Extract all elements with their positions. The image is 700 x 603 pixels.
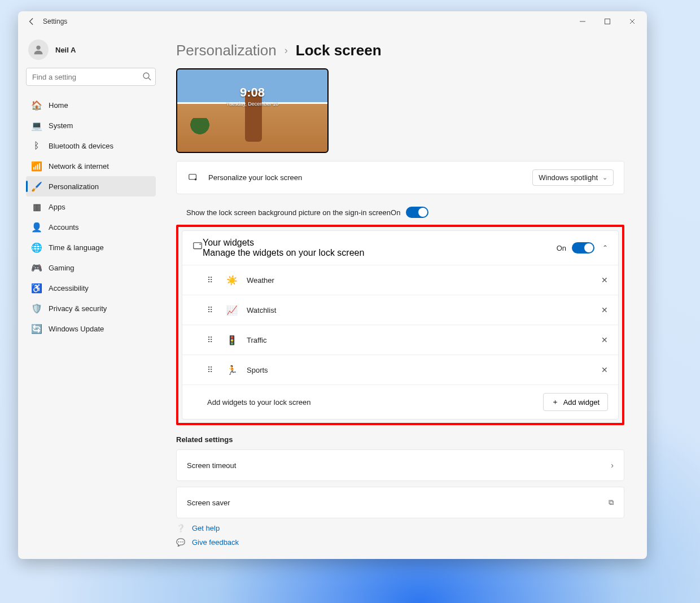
widgets-toggle[interactable] [572,242,594,254]
settings-window: Settings Neil A 🏠Home💻SystemᛒBluetooth &… [18,11,647,559]
nav-icon: 🌐 [32,242,42,252]
widget-icon: 📈 [226,304,238,316]
add-widget-label: Add widget [563,398,600,407]
svg-point-3 [143,73,149,78]
search-box[interactable] [26,68,156,86]
signin-bg-toggle[interactable] [406,207,428,218]
back-button[interactable] [20,11,43,32]
widget-item-sports[interactable]: ⠿🏃Sports✕ [182,355,618,385]
widget-name: Traffic [247,336,266,344]
svg-point-6 [195,178,197,180]
drag-handle-icon[interactable]: ⠿ [207,305,214,314]
sidebar-item-windows-update[interactable]: 🔄Windows Update [26,318,156,339]
personalize-row[interactable]: Personalize your lock screen Windows spo… [177,161,624,194]
sidebar-item-label: Time & language [49,243,104,252]
sidebar-item-time-language[interactable]: 🌐Time & language [26,237,156,257]
sidebar-item-label: Bluetooth & devices [49,142,113,150]
content-area: Neil A 🏠Home💻SystemᛒBluetooth & devices📶… [18,32,647,559]
feedback-label[interactable]: Give feedback [192,538,239,547]
related-screen-timeout[interactable]: Screen timeout› [176,449,624,481]
help-icon: ❔ [176,524,185,532]
sidebar-item-system[interactable]: 💻System [26,115,156,136]
sidebar-item-label: Privacy & security [49,304,107,313]
widget-name: Weather [247,276,274,285]
close-button[interactable] [620,11,645,32]
svg-point-2 [36,46,40,50]
sidebar-item-privacy-security[interactable]: 🛡️Privacy & security [26,298,156,318]
widgets-footer: Add widgets to your lock screen ＋ Add wi… [182,385,618,419]
nav-icon: ▦ [32,202,42,212]
get-help-link[interactable]: ❔ Get help [176,524,624,532]
sidebar-item-network-internet[interactable]: 📶Network & internet [26,156,156,176]
nav-list: 🏠Home💻SystemᛒBluetooth & devices📶Network… [26,95,156,339]
drag-handle-icon[interactable]: ⠿ [207,365,214,374]
signin-bg-state: On [391,208,400,217]
plus-icon: ＋ [552,397,559,407]
related-title: Related settings [176,435,624,444]
remove-widget-button[interactable]: ✕ [601,335,608,344]
maximize-button[interactable] [595,11,620,32]
sidebar-item-personalization[interactable]: 🖌️Personalization [26,176,156,196]
remove-widget-button[interactable]: ✕ [601,365,608,374]
widget-item-weather[interactable]: ⠿☀️Weather✕ [182,265,618,295]
minimize-button[interactable] [570,11,595,32]
nav-icon: 🔄 [32,324,42,334]
related-label: Screen timeout [187,461,236,470]
sidebar-item-bluetooth-devices[interactable]: ᛒBluetooth & devices [26,136,156,156]
chevron-right-icon: › [611,461,614,470]
svg-line-4 [148,78,151,80]
sidebar-item-gaming[interactable]: 🎮Gaming [26,257,156,278]
nav-icon: 🏠 [32,100,42,110]
remove-widget-button[interactable]: ✕ [601,305,608,314]
widgets-card: Your widgets Manage the widgets on your … [182,230,619,420]
sidebar-item-label: Accessibility [49,284,89,292]
sidebar: Neil A 🏠Home💻SystemᛒBluetooth & devices📶… [18,32,164,559]
chevron-up-icon[interactable]: ⌃ [602,244,608,252]
nav-icon: 🖌️ [32,181,42,191]
nav-icon: 🎮 [32,263,42,273]
breadcrumb: Personalization › Lock screen [176,42,624,59]
remove-widget-button[interactable]: ✕ [601,276,608,285]
lockscreen-preview[interactable]: 9:08 Tuesday, December 10 [176,68,329,153]
sidebar-item-label: Gaming [49,264,75,272]
widget-icon: ☀️ [226,274,238,286]
nav-icon: ♿ [32,283,42,293]
widget-items: ⠿☀️Weather✕⠿📈Watchlist✕⠿🚦Traffic✕⠿🏃Sport… [182,265,618,385]
nav-icon: 🛡️ [32,303,42,313]
sidebar-item-accounts[interactable]: 👤Accounts [26,217,156,237]
nav-icon: ᛒ [32,141,42,151]
preview-time: 9:08 [177,85,327,100]
profile[interactable]: Neil A [26,36,156,68]
widget-item-watchlist[interactable]: ⠿📈Watchlist✕ [182,295,618,325]
search-input[interactable] [26,68,156,86]
widget-icon: 🏃 [226,364,238,375]
svg-point-8 [199,243,200,244]
sidebar-item-label: System [49,121,73,130]
highlight-box: Your widgets Manage the widgets on your … [176,225,624,425]
widget-icon: 🚦 [226,334,238,346]
user-name: Neil A [55,46,76,54]
avatar [28,40,49,60]
preview-date: Tuesday, December 10 [177,101,327,107]
chevron-down-icon: ⌄ [602,174,607,181]
sidebar-item-accessibility[interactable]: ♿Accessibility [26,278,156,298]
personalize-dropdown[interactable]: Windows spotlight ⌄ [532,169,614,186]
widgets-header[interactable]: Your widgets Manage the widgets on your … [182,231,618,265]
widget-name: Watchlist [247,306,276,314]
breadcrumb-parent[interactable]: Personalization [176,42,277,59]
get-help-label[interactable]: Get help [192,524,220,532]
feedback-icon: 💬 [176,538,185,547]
drag-handle-icon[interactable]: ⠿ [207,335,214,344]
related-screen-saver[interactable]: Screen saver⧉ [176,487,624,518]
sidebar-item-label: Home [49,101,68,110]
chevron-right-icon: › [285,45,288,56]
feedback-link[interactable]: 💬 Give feedback [176,538,624,547]
widgets-icon [193,242,203,254]
monitor-icon [187,172,199,184]
sidebar-item-label: Accounts [49,223,78,231]
add-widget-button[interactable]: ＋ Add widget [543,393,608,411]
sidebar-item-home[interactable]: 🏠Home [26,95,156,115]
sidebar-item-apps[interactable]: ▦Apps [26,196,156,217]
widget-item-traffic[interactable]: ⠿🚦Traffic✕ [182,325,618,355]
drag-handle-icon[interactable]: ⠿ [207,276,214,285]
